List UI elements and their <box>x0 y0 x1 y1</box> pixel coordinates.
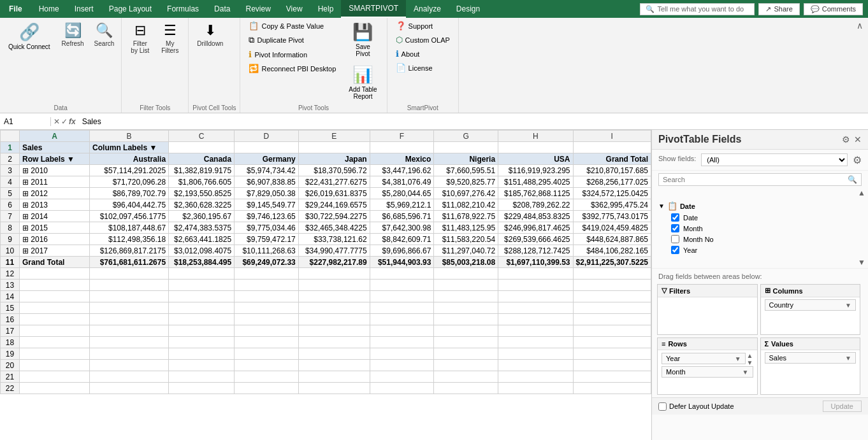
cell-2013-de[interactable]: $9,145,549.77 <box>235 199 299 211</box>
cell-2013-jp[interactable]: $29,244,169.6575 <box>298 199 370 211</box>
update-button[interactable]: Update <box>823 401 862 412</box>
cell-f1[interactable] <box>370 142 434 153</box>
cell-2010-au[interactable]: $57,114,291.2025 <box>90 165 169 176</box>
refresh-button[interactable]: 🔄 Refresh <box>57 19 89 50</box>
formula-confirm-icon[interactable]: ✓ <box>61 117 68 126</box>
about-button[interactable]: ℹ About <box>391 47 454 60</box>
share-button[interactable]: ↗ Share <box>758 3 799 15</box>
cell-g1[interactable] <box>434 142 498 153</box>
cell-2013-grand[interactable]: $362,995,475.24 <box>573 199 651 211</box>
cell-year-2012[interactable]: ⊞ 2012 <box>20 188 90 199</box>
cell-grand-ng[interactable]: $85,003,218.08 <box>434 257 498 268</box>
defer-checkbox[interactable] <box>658 402 667 411</box>
year-checkbox[interactable] <box>671 246 679 254</box>
cell-2015-au[interactable]: $108,187,448.67 <box>90 222 169 234</box>
tab-smartpivot[interactable]: SMARTPIVOT <box>341 0 406 18</box>
cell-grand-jp[interactable]: $227,982,217.89 <box>298 257 370 268</box>
year-scroll-down-icon[interactable]: ▼ <box>747 359 753 366</box>
add-table-report-button[interactable]: 📊 Add TableReport <box>343 62 382 103</box>
cell-2017-jp[interactable]: $34,990,477.7775 <box>298 245 370 257</box>
cell-2010-jp[interactable]: $18,370,596.72 <box>298 165 370 176</box>
cell-2011-mx[interactable]: $4,381,076.49 <box>370 176 434 188</box>
col-header-d[interactable]: D <box>235 131 299 142</box>
fields-search-input[interactable] <box>663 176 848 183</box>
cell-year-2016[interactable]: ⊞ 2016 <box>20 234 90 245</box>
formula-input[interactable] <box>78 117 868 126</box>
cell-2015-jp[interactable]: $32,465,348.4225 <box>298 222 370 234</box>
cell-grand-total[interactable]: $2,911,225,307.5225 <box>573 257 651 268</box>
year-row-drop-item[interactable]: Year ▼ <box>662 353 746 364</box>
cell-d1[interactable] <box>235 142 299 153</box>
cell-2016-us[interactable]: $269,539,666.4625 <box>498 234 573 245</box>
cell-2012-ca[interactable]: $2,193,550.8525 <box>169 188 235 199</box>
cell-e1[interactable] <box>298 142 370 153</box>
cell-2017-us[interactable]: $288,128,712.7425 <box>498 245 573 257</box>
cell-e2[interactable]: Japan <box>298 153 370 165</box>
ribbon-collapse-button[interactable]: ∧ <box>855 19 864 32</box>
formula-fx-icon[interactable]: fx <box>69 117 76 126</box>
cell-2017-grand[interactable]: $484,106,282.165 <box>573 245 651 257</box>
tab-insert[interactable]: Insert <box>67 0 101 18</box>
custom-olap-button[interactable]: ⬡ Custom OLAP <box>391 33 454 46</box>
cell-year-2015[interactable]: ⊞ 2015 <box>20 222 90 234</box>
cell-g2[interactable]: Nigeria <box>434 153 498 165</box>
pivot-information-button[interactable]: ℹ Pivot Information <box>244 48 340 61</box>
cell-grand-ca[interactable]: $18,253,884.495 <box>169 257 235 268</box>
copy-paste-value-button[interactable]: 📋 Copy & Paste Value <box>244 19 340 32</box>
cell-2017-mx[interactable]: $9,696,866.67 <box>370 245 434 257</box>
month-row-dropdown-icon[interactable]: ▼ <box>742 369 749 376</box>
cell-year-2014[interactable]: ⊞ 2014 <box>20 211 90 222</box>
cell-2014-au[interactable]: $102,097,456.1775 <box>90 211 169 222</box>
cell-2012-jp[interactable]: $26,019,631.8375 <box>298 188 370 199</box>
duplicate-pivot-button[interactable]: ⧉ Duplicate Pivot <box>244 33 340 47</box>
col-header-i[interactable]: I <box>573 131 651 142</box>
cell-2010-us[interactable]: $116,919,923.295 <box>498 165 573 176</box>
save-pivot-button[interactable]: 💾 SavePivot <box>347 19 379 60</box>
col-header-e[interactable]: E <box>298 131 370 142</box>
cell-2012-us[interactable]: $185,762,868.1125 <box>498 188 573 199</box>
cell-year-2013[interactable]: ⊞ 2013 <box>20 199 90 211</box>
cell-2010-de[interactable]: $5,974,734.42 <box>235 165 299 176</box>
cell-b1[interactable]: Column Labels ▼ <box>90 142 169 153</box>
cell-2016-ca[interactable]: $2,663,441.1825 <box>169 234 235 245</box>
tab-formulas[interactable]: Formulas <box>159 0 206 18</box>
tab-data[interactable]: Data <box>206 0 238 18</box>
cell-2015-ca[interactable]: $2,474,383.5375 <box>169 222 235 234</box>
cell-f2[interactable]: Mexico <box>370 153 434 165</box>
cell-2011-au[interactable]: $71,720,096.28 <box>90 176 169 188</box>
cell-2012-grand[interactable]: $324,572,125.0425 <box>573 188 651 199</box>
my-filters-button[interactable]: ☰ MyFilters <box>156 19 184 57</box>
date-checkbox[interactable] <box>671 213 679 222</box>
tab-analyze[interactable]: Analyze <box>406 0 449 18</box>
cell-2011-jp[interactable]: $22,431,277.6275 <box>298 176 370 188</box>
cell-2010-ng[interactable]: $7,660,595.51 <box>434 165 498 176</box>
cell-2011-us[interactable]: $151,488,295.4025 <box>498 176 573 188</box>
cell-c1[interactable] <box>169 142 235 153</box>
sales-values-dropdown-icon[interactable]: ▼ <box>845 355 851 362</box>
sales-values-drop-item[interactable]: Sales ▼ <box>765 352 857 364</box>
cell-2011-grand[interactable]: $268,256,177.025 <box>573 176 651 188</box>
tab-review[interactable]: Review <box>238 0 278 18</box>
cell-h1[interactable] <box>498 142 573 153</box>
cell-grand-au[interactable]: $761,681,611.2675 <box>90 257 169 268</box>
cell-year-2011[interactable]: ⊞ 2011 <box>20 176 90 188</box>
quick-connect-button[interactable]: 🔗 Quick Connect <box>3 19 56 53</box>
date-group-item[interactable]: ▼ 📋 Date <box>658 200 862 212</box>
panel-settings-icon[interactable]: ⚙ <box>842 134 850 145</box>
cell-i2[interactable]: Grand Total <box>573 153 651 165</box>
tab-home[interactable]: Home <box>31 0 67 18</box>
year-scroll-up-icon[interactable]: ▲ <box>747 352 753 359</box>
cell-2014-grand[interactable]: $392,775,743.0175 <box>573 211 651 222</box>
cell-2015-de[interactable]: $9,775,034.46 <box>235 222 299 234</box>
cell-2013-ca[interactable]: $2,360,628.3225 <box>169 199 235 211</box>
cell-2013-mx[interactable]: $5,969,212.1 <box>370 199 434 211</box>
cell-2010-grand[interactable]: $210,870,157.685 <box>573 165 651 176</box>
cell-b2[interactable]: Australia <box>90 153 169 165</box>
cell-year-2017[interactable]: ⊞ 2017 <box>20 245 90 257</box>
tab-page-layout[interactable]: Page Layout <box>101 0 159 18</box>
cell-2012-ng[interactable]: $10,697,276.42 <box>434 188 498 199</box>
comments-button[interactable]: 💬 Comments <box>804 3 863 15</box>
cell-2015-ng[interactable]: $11,483,125.95 <box>434 222 498 234</box>
tab-view[interactable]: View <box>278 0 310 18</box>
cell-2015-grand[interactable]: $419,024,459.4825 <box>573 222 651 234</box>
